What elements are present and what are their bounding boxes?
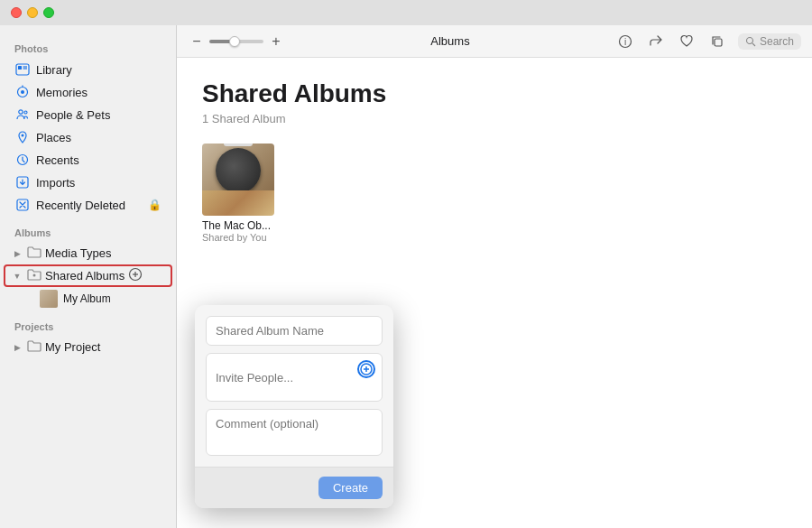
imports-icon	[14, 174, 31, 190]
sidebar-item-places[interactable]: Places	[4, 126, 172, 148]
info-button[interactable]: i	[615, 32, 635, 51]
sidebar-item-media-types-label: Media Types	[45, 246, 111, 260]
minimize-button[interactable]	[27, 7, 38, 18]
sidebar-item-imports-label: Imports	[36, 176, 161, 190]
modal-content	[195, 305, 393, 467]
svg-point-8	[24, 111, 27, 114]
sidebar-sub-item-album[interactable]: My Album	[4, 288, 172, 310]
projects-section-label: Projects	[0, 310, 176, 336]
projects-chevron-icon: ▶	[11, 341, 23, 354]
zoom-plus-button[interactable]: +	[267, 32, 285, 51]
svg-rect-19	[715, 39, 722, 46]
svg-text:i: i	[624, 37, 626, 47]
library-icon	[14, 61, 31, 78]
chevron-right-icon: ▶	[11, 247, 23, 260]
modal-footer: Create	[195, 467, 393, 508]
album-meta: Shared by You	[202, 232, 274, 243]
album-item[interactable]: The Mac Ob... Shared by You	[202, 144, 274, 243]
maximize-button[interactable]	[43, 7, 54, 18]
create-button[interactable]: Create	[318, 477, 383, 499]
create-album-modal: Create	[195, 305, 393, 508]
invite-plus-button[interactable]	[357, 360, 375, 378]
people-pets-icon	[14, 107, 31, 123]
places-icon	[14, 129, 31, 145]
invite-field	[206, 353, 383, 402]
album-name: The Mac Ob...	[202, 219, 274, 232]
album-thumb-bottom	[202, 190, 274, 216]
albums-section-label: Albums	[0, 217, 176, 242]
sidebar-item-people-pets[interactable]: People & Pets	[4, 104, 172, 125]
zoom-control: − +	[188, 32, 285, 51]
album-thumb-mini	[40, 290, 58, 308]
sidebar-item-media-types[interactable]: ▶ Media Types	[4, 243, 172, 264]
memories-icon	[14, 84, 31, 100]
sidebar-item-projects[interactable]: ▶ My Project	[4, 337, 172, 357]
content-area: − + Albums i	[177, 25, 812, 528]
sidebar-item-library[interactable]: Library	[4, 59, 172, 80]
svg-rect-0	[16, 64, 29, 75]
svg-point-9	[22, 134, 24, 137]
search-label: Search	[760, 35, 794, 48]
sidebar-item-places-label: Places	[36, 131, 161, 144]
sidebar-item-recents-label: Recents	[36, 153, 161, 167]
svg-point-7	[19, 110, 23, 114]
page-subtitle: 1 Shared Album	[202, 112, 787, 125]
traffic-lights	[11, 7, 54, 18]
shared-folder-icon	[27, 268, 42, 283]
lock-icon: 🔒	[148, 199, 161, 211]
add-shared-album-button[interactable]	[128, 267, 143, 284]
sidebar-item-memories[interactable]: Memories	[4, 81, 172, 103]
projects-folder-icon	[27, 339, 42, 355]
sidebar-item-recently-deleted[interactable]: Recently Deleted 🔒	[4, 194, 172, 216]
page-title: Shared Albums	[202, 79, 787, 108]
recently-deleted-icon	[14, 197, 31, 213]
album-name-input[interactable]	[206, 316, 383, 346]
album-thumbnail	[202, 144, 274, 216]
svg-line-21	[752, 43, 755, 46]
sidebar-item-projects-label: My Project	[45, 340, 100, 354]
share-button[interactable]	[646, 32, 666, 51]
chevron-down-icon: ▼	[11, 270, 23, 283]
close-button[interactable]	[11, 7, 22, 18]
toolbar: − + Albums i	[177, 25, 812, 58]
sidebar-item-library-label: Library	[36, 63, 161, 77]
sidebar-item-imports[interactable]: Imports	[4, 171, 172, 193]
toolbar-actions: i Search	[615, 32, 801, 51]
zoom-slider[interactable]	[209, 40, 263, 43]
invite-people-input[interactable]	[206, 353, 383, 402]
comment-input[interactable]	[206, 409, 383, 456]
sidebar-item-recents[interactable]: Recents	[4, 149, 172, 171]
svg-point-5	[21, 90, 24, 94]
photos-section-label: Photos	[0, 32, 176, 58]
sidebar-item-people-pets-label: People & Pets	[36, 108, 161, 122]
sidebar-item-shared-albums-label: Shared Albums	[45, 269, 125, 283]
sidebar: Photos Library Memories People & Pets Pl…	[0, 25, 177, 528]
svg-point-13	[33, 274, 36, 277]
svg-rect-1	[18, 66, 22, 69]
search-box[interactable]: Search	[738, 33, 801, 50]
folder-icon	[27, 245, 42, 261]
sidebar-sub-item-label: My Album	[63, 292, 111, 305]
album-thumb-top	[202, 144, 274, 190]
toolbar-title: Albums	[430, 34, 469, 48]
duplicate-button[interactable]	[707, 32, 727, 51]
app-window: Photos Library Memories People & Pets Pl…	[0, 25, 812, 528]
titlebar	[0, 0, 812, 25]
albums-grid: The Mac Ob... Shared by You	[202, 144, 787, 243]
zoom-thumb	[229, 36, 240, 47]
search-icon	[745, 36, 756, 47]
sidebar-item-shared-albums[interactable]: ▼ Shared Albums	[4, 264, 172, 287]
zoom-minus-button[interactable]: −	[188, 32, 206, 51]
svg-point-20	[746, 37, 752, 43]
heart-button[interactable]	[677, 32, 697, 51]
sidebar-item-memories-label: Memories	[36, 86, 161, 99]
sidebar-item-recently-deleted-label: Recently Deleted	[36, 199, 139, 212]
recents-icon	[14, 152, 31, 168]
